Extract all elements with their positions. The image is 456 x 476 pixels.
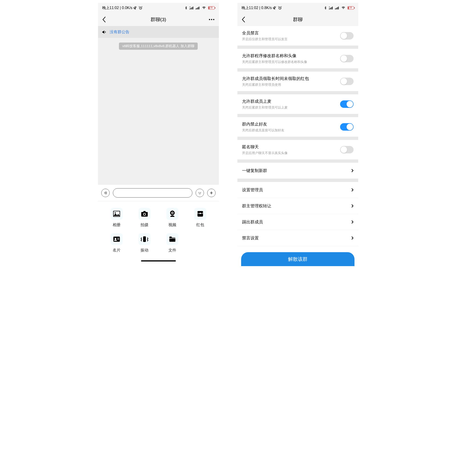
svg-point-24 xyxy=(172,212,173,214)
emoji-button[interactable] xyxy=(196,189,204,197)
voice-button[interactable] xyxy=(101,189,110,197)
input-row xyxy=(98,185,219,201)
toggle-switch[interactable] xyxy=(340,100,354,108)
setting-toggle-row: 允许群成员领取长时间未领取的红包 关闭后紧群主和管理员使用 xyxy=(237,72,358,91)
nav-row[interactable]: 一键复制新群 xyxy=(237,163,358,179)
vibrate-icon xyxy=(138,233,150,245)
toggle-switch[interactable] xyxy=(340,123,354,131)
nav-row[interactable]: 禁言设置 xyxy=(237,230,358,246)
grid-item-vibrate[interactable]: 振动 xyxy=(134,233,155,253)
mute-icon xyxy=(133,6,138,10)
nav-row[interactable]: 群主管理权转让 xyxy=(237,198,358,214)
chevron-right-icon xyxy=(351,236,354,240)
wifi-icon xyxy=(341,6,346,10)
svg-point-17 xyxy=(115,212,116,214)
setting-title: 允许群程序修改群名称和头像 xyxy=(242,53,340,59)
grid-label: 相册 xyxy=(113,222,121,228)
toggle-switch[interactable] xyxy=(340,146,354,153)
setting-desc: 关闭后紧群主和管理员使用 xyxy=(242,83,340,87)
signal-icon-2 xyxy=(196,6,200,9)
grid-label: 文件 xyxy=(168,247,176,253)
dissolve-button[interactable]: 解散该群 xyxy=(241,252,355,266)
svg-point-26 xyxy=(199,213,201,214)
setting-toggle-row: 匿名聊天 开启后用户聊天不显示真实头像 xyxy=(237,140,358,160)
svg-point-21 xyxy=(144,214,145,215)
message-input[interactable] xyxy=(113,188,192,197)
setting-title: 匿名聊天 xyxy=(242,144,340,150)
phone-left-chat: 晚上11:02 | 0.0K/s R 16 xyxy=(98,3,219,267)
svg-rect-7 xyxy=(197,8,197,9)
back-button[interactable] xyxy=(241,17,251,23)
page-title: 群聊 xyxy=(251,16,345,23)
svg-rect-41 xyxy=(337,7,338,9)
grid-item-file[interactable]: 文件 xyxy=(162,233,183,253)
grid-item-redpacket[interactable]: 红包 xyxy=(190,208,211,228)
camera-icon xyxy=(138,208,150,220)
grid-item-video[interactable]: 视频 xyxy=(162,208,183,228)
announcement-bar[interactable]: 没有群公告 xyxy=(98,26,219,38)
grid-label: 拍摄 xyxy=(141,222,149,228)
svg-rect-8 xyxy=(198,7,198,9)
setting-toggle-row: 允许群成员上麦 关闭后紧群主和管理员可以上麦 xyxy=(237,94,358,114)
svg-text:R: R xyxy=(190,6,191,8)
attachment-panel: 相册 拍摄 视频 红包 xyxy=(98,201,219,267)
setting-desc: 关闭后群成员直接可以加好友 xyxy=(242,128,340,133)
chevron-right-icon xyxy=(351,204,354,208)
setting-toggle-row: 允许群程序修改群名称和头像 关闭后紧群主和管理员可以修改群名称和头像 xyxy=(237,49,358,68)
svg-rect-32 xyxy=(169,238,175,238)
svg-rect-6 xyxy=(196,8,196,9)
toggle-switch[interactable] xyxy=(340,32,354,40)
svg-point-11 xyxy=(209,19,210,20)
bluetooth-icon xyxy=(324,6,327,10)
battery-icon: 16 xyxy=(208,6,215,9)
grid-item-camera[interactable]: 拍摄 xyxy=(134,208,155,228)
wifi-icon xyxy=(202,6,206,10)
mute-icon xyxy=(273,6,277,10)
toggle-switch[interactable] xyxy=(340,78,354,85)
redpacket-icon xyxy=(194,208,206,220)
status-time: 晚上11:02 | 0.0K/s xyxy=(102,6,133,10)
folder-icon xyxy=(166,233,178,245)
grid-label: 视频 xyxy=(168,222,176,228)
status-bar: 晚上11:02 | 0.8K/s R 16 xyxy=(237,3,358,13)
battery-icon: 16 xyxy=(348,6,354,9)
svg-rect-40 xyxy=(336,8,337,9)
svg-rect-19 xyxy=(143,211,146,212)
contact-card-icon xyxy=(111,233,123,245)
svg-rect-31 xyxy=(143,236,146,242)
nav-row[interactable]: 设置管理员 xyxy=(237,182,358,198)
more-button[interactable] xyxy=(205,19,215,20)
grid-label: 振动 xyxy=(141,247,149,253)
svg-text:R: R xyxy=(329,6,330,8)
svg-rect-37 xyxy=(332,7,333,9)
setting-desc: 关闭后紧群主和管理员可以上麦 xyxy=(242,105,340,110)
svg-point-14 xyxy=(199,192,199,193)
home-indicator[interactable] xyxy=(103,258,214,262)
svg-rect-42 xyxy=(338,7,339,9)
nav-row[interactable]: 踢出群成员 xyxy=(237,214,358,230)
svg-point-43 xyxy=(343,8,344,9)
setting-desc: 关闭后紧群主和管理员可以修改群名称和头像 xyxy=(242,60,340,64)
phone-right-settings: 晚上11:02 | 0.8K/s R 16 xyxy=(237,3,358,267)
svg-rect-2 xyxy=(191,8,191,9)
page-title: 群聊(3) xyxy=(111,16,205,23)
svg-point-13 xyxy=(213,19,214,20)
grid-item-album[interactable]: 相册 xyxy=(106,208,127,228)
svg-point-15 xyxy=(200,192,201,193)
signal-icon-2 xyxy=(335,6,339,9)
svg-rect-3 xyxy=(192,7,192,9)
setting-title: 允许群成员领取长时间未领取的红包 xyxy=(242,76,340,81)
setting-title: 全员禁言 xyxy=(242,30,340,36)
signal-icon: R xyxy=(190,6,194,9)
plus-button[interactable] xyxy=(207,189,216,197)
toggle-switch[interactable] xyxy=(340,55,354,62)
webcam-icon xyxy=(166,208,178,220)
chat-body[interactable]: v8科技客服,111111,v8v8v8,群机器人 加入群聊 xyxy=(98,38,219,185)
announcement-text: 没有群公告 xyxy=(110,29,129,35)
alarm-icon xyxy=(278,6,282,10)
setting-toggle-row: 全员禁言 开启后仅群主和管理员可以发言 xyxy=(237,26,358,46)
settings-body[interactable]: 全员禁言 开启后仅群主和管理员可以发言 允许群程序修改群名称和头像 关闭后紧群主… xyxy=(237,26,358,267)
grid-item-contact[interactable]: 名片 xyxy=(106,233,127,253)
alarm-icon xyxy=(138,6,143,10)
back-button[interactable] xyxy=(102,17,111,23)
